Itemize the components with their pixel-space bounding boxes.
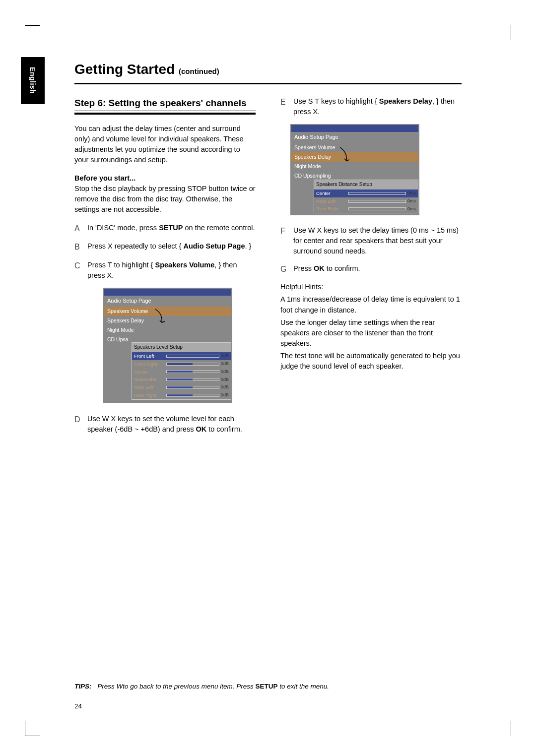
step-b-text: Press X repeatedly to select { Audio Set…	[87, 241, 256, 252]
title-rule	[74, 83, 462, 84]
tips-footer: TIPS: Press Wto go back to the previous …	[74, 682, 462, 692]
osd2-topbar	[291, 125, 418, 132]
tips-label: TIPS:	[74, 683, 92, 690]
step-letter: E	[280, 96, 293, 117]
language-tab-text: English	[28, 67, 38, 94]
crop-mark-bl	[25, 721, 40, 736]
page-number: 24	[74, 701, 82, 711]
step-letter: D	[74, 414, 87, 435]
hint-3: The test tone will be automatically gene…	[280, 351, 462, 372]
step-c-text: Press T to highlight { Speakers Volume, …	[87, 260, 256, 281]
step-g-text: Press OK to confirm.	[293, 263, 462, 275]
osd1-row-front-left: Front Left0dB	[132, 352, 231, 360]
heading-continued: (continued)	[179, 67, 219, 75]
osd1-title: Audio Setup Page	[104, 296, 231, 307]
osd1-menu-cd-upsampling: CD Upsa	[104, 335, 132, 344]
intro-paragraph: You can adjust the delay times (center a…	[74, 124, 256, 165]
step-f: F Use W X keys to set the delay times (0…	[280, 225, 462, 256]
page-title: Getting Started (continued)	[74, 60, 462, 80]
step-heading-block: Step 6: Setting the speakers' channels	[74, 96, 256, 115]
step-g: G Press OK to confirm.	[280, 263, 462, 275]
crop-mark-br	[496, 721, 511, 736]
osd2-submenu: Speakers Distance Setup Center0ms Rear L…	[314, 180, 418, 213]
arrow-icon	[337, 145, 357, 165]
osd1-row-subwoofer: Subwoofer0dB	[132, 376, 231, 383]
hints-label: Helpful Hints:	[280, 282, 462, 292]
osd2-row-rear-right: Rear Right0ms	[314, 205, 418, 213]
language-tab: English	[21, 57, 45, 104]
step-letter: F	[280, 225, 293, 256]
step-d: D Use W X keys to set the volume level f…	[74, 414, 256, 435]
left-column: Step 6: Setting the speakers' channels Y…	[74, 96, 256, 441]
step-d-text: Use W X keys to set the volume level for…	[87, 414, 256, 435]
hint-2: Use the longer delay time settings when …	[280, 317, 462, 349]
osd2-row-rear-left: Rear Left0ms	[314, 197, 418, 205]
heading-main: Getting Started	[74, 62, 175, 77]
osd1-topbar	[104, 289, 231, 296]
step-c: C Press T to highlight { Speakers Volume…	[74, 260, 256, 281]
osd-screenshot-1: Audio Setup Page Speakers Volume Speaker…	[103, 288, 232, 403]
step-letter: A	[74, 223, 87, 234]
osd1-menu-night-mode: Night Mode	[104, 325, 231, 335]
step-heading: Step 6: Setting the speakers' channels	[74, 96, 256, 112]
osd2-submenu-title: Speakers Distance Setup	[314, 180, 418, 189]
crop-mark-tr	[496, 25, 511, 40]
osd2-row-center: Center0ms	[314, 189, 418, 197]
before-text: Stop the disc playback by pressing STOP …	[74, 185, 256, 213]
right-column: E Use S T keys to highlight { Speakers D…	[280, 96, 462, 441]
crop-mark-tl	[25, 25, 40, 40]
before-label: Before you start...	[74, 174, 135, 182]
osd1-submenu-title: Speakers Level Setup	[132, 343, 231, 352]
step-a-text: In 'DISC' mode, press SETUP on the remot…	[87, 223, 256, 234]
arrow-icon	[153, 307, 173, 326]
hint-1: A 1ms increase/decrease of delay time is…	[280, 294, 462, 315]
osd1-submenu: Speakers Level Setup Front Left0dB Front…	[132, 342, 231, 399]
osd1-row-front-right: Front Right0dB	[132, 360, 231, 368]
step-e-text: Use S T keys to highlight { Speakers Del…	[293, 96, 462, 117]
before-block: Before you start... Stop the disc playba…	[74, 173, 256, 215]
step-letter: B	[74, 241, 87, 252]
step-a: A In 'DISC' mode, press SETUP on the rem…	[74, 223, 256, 234]
step-e: E Use S T keys to highlight { Speakers D…	[280, 96, 462, 117]
osd1-row-center: Center0dB	[132, 368, 231, 376]
step-f-text: Use W X keys to set the delay times (0 m…	[293, 225, 462, 256]
osd1-row-rear-right: Rear Right0dB	[132, 391, 231, 399]
osd2-title: Audio Setup Page	[291, 132, 418, 143]
step-letter: G	[280, 263, 293, 275]
step-b: B Press X repeatedly to select { Audio S…	[74, 241, 256, 252]
step-letter: C	[74, 260, 87, 281]
osd1-row-rear-left: Rear Left0dB	[132, 383, 231, 391]
osd-screenshot-2: Audio Setup Page Speakers Volume Speaker…	[290, 124, 419, 216]
